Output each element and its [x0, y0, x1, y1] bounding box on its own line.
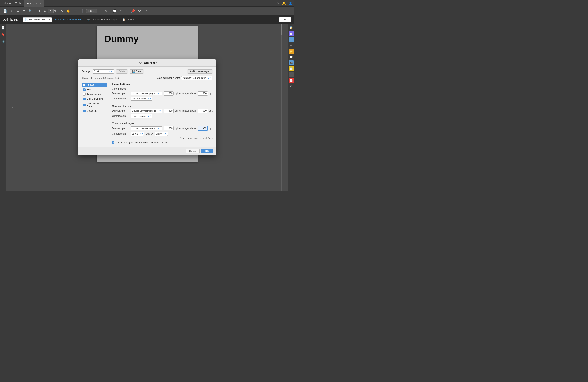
mono-ppi-above-label: ppi for images above: [175, 127, 196, 130]
rotate-icon[interactable]: ⟲: [103, 8, 108, 14]
gray-ppi-above-label: ppi for images above: [175, 109, 196, 112]
right-sidebar-icon-3[interactable]: ⊞: [289, 37, 294, 42]
print-icon[interactable]: 🖨: [21, 9, 26, 14]
gray-downsample-value: Bicubic Downsampling to: [132, 110, 156, 112]
delete-button[interactable]: Delete: [116, 69, 128, 74]
tab-file[interactable]: dummy.pdf ×: [23, 0, 44, 7]
tab-tools[interactable]: Tools: [13, 0, 23, 7]
pin-icon[interactable]: 📌: [130, 8, 136, 14]
discard-user-data-checkbox[interactable]: [83, 104, 86, 106]
sidebar-bookmarks-icon[interactable]: 🔖: [0, 32, 6, 37]
prev-page-icon[interactable]: ⬆: [37, 8, 42, 14]
hand-tool-icon[interactable]: ✋: [65, 8, 71, 14]
images-checkbox[interactable]: [83, 84, 86, 86]
nav-item-transparency[interactable]: Transparency: [82, 92, 107, 97]
advanced-optimization-button[interactable]: ⚙ Advanced Optimization: [53, 18, 84, 22]
sidebar-pages-icon[interactable]: 📄: [0, 25, 6, 30]
settings-select[interactable]: Custom ▲▼: [93, 69, 114, 74]
save-label: Save: [136, 70, 141, 73]
account-icon[interactable]: 👤: [289, 1, 293, 5]
reduce-file-size-button[interactable]: 📄 Reduce File Size ▾: [23, 17, 52, 22]
mono-compression-select[interactable]: JBIG2 ▲▼: [131, 132, 144, 136]
optimize-scanned-button[interactable]: 📷 Optimize Scanned Pages: [85, 18, 119, 22]
optimize-checkbox[interactable]: [112, 141, 114, 144]
stamp-icon[interactable]: ✒: [124, 8, 129, 14]
select-tool-icon[interactable]: ↖: [60, 8, 64, 14]
gray-ppi-above-input[interactable]: [198, 109, 208, 113]
sidebar-comments-icon[interactable]: 📎: [0, 39, 6, 44]
right-sidebar-icon-1[interactable]: 📝: [289, 25, 294, 30]
images-label: Images: [87, 84, 94, 86]
right-sidebar-icon-6[interactable]: 💬: [289, 55, 294, 60]
save-button[interactable]: 💾 Save: [130, 69, 144, 74]
gray-downsample-select[interactable]: Bicubic Downsampling to ▲▼: [131, 109, 162, 113]
mono-quality-select[interactable]: Lossy ▲▼: [155, 132, 168, 136]
search-icon[interactable]: 🔍: [27, 8, 34, 14]
separator2: [58, 9, 58, 13]
audit-button[interactable]: Audit space usage...: [187, 69, 213, 74]
content-area: Image Settings Color Images : Downsample…: [109, 83, 213, 144]
comment-icon[interactable]: 💬: [112, 8, 118, 14]
fonts-checkbox[interactable]: [83, 88, 86, 91]
upload-icon[interactable]: ☁: [15, 8, 20, 14]
clean-up-checkbox[interactable]: [83, 110, 86, 112]
delete-icon[interactable]: 🗑: [137, 9, 142, 14]
bookmark-icon[interactable]: ☆: [9, 8, 14, 14]
right-sidebar-icon-4[interactable]: ✏: [289, 43, 294, 48]
compat-select[interactable]: Acrobat 10.0 and later ▲▼: [181, 76, 212, 80]
nav-item-fonts[interactable]: Fonts: [82, 87, 107, 92]
color-ppi-above-input[interactable]: [198, 91, 208, 96]
gray-compression-select[interactable]: Retain existing ▲▼: [131, 114, 152, 118]
notifications-icon[interactable]: 🔔: [282, 1, 286, 5]
nav-item-images[interactable]: Images: [82, 83, 107, 87]
right-sidebar-icon-2[interactable]: 📋: [289, 31, 294, 36]
mono-ppi-input[interactable]: [164, 126, 174, 130]
tab-home[interactable]: Home: [1, 0, 13, 7]
right-sidebar-icon-11[interactable]: ⚙: [289, 84, 294, 89]
next-page-icon[interactable]: ⬇: [42, 8, 47, 14]
right-sidebar-icon-7[interactable]: 🎬: [289, 60, 294, 65]
pencil-icon[interactable]: ✏: [119, 8, 124, 14]
preflight-button[interactable]: 📋 Preflight: [120, 18, 136, 22]
color-compression-select[interactable]: Retain existing ▲▼: [131, 97, 152, 101]
right-sidebar-icon-5[interactable]: 📁: [289, 49, 294, 54]
ok-button[interactable]: OK: [201, 149, 213, 153]
dialog-columns: Images Fonts Transparency: [82, 83, 213, 144]
help-icon[interactable]: ?: [277, 1, 279, 5]
settings-dropdown-icon: ▲▼: [109, 70, 113, 73]
mono-downsample-select[interactable]: Bicubic Downsampling to ▲▼: [131, 126, 162, 130]
right-sidebar-icon-8[interactable]: 📄: [289, 66, 294, 71]
nav-item-clean-up[interactable]: Clean Up: [82, 109, 107, 113]
right-sidebar-icon-10[interactable]: 📄: [289, 78, 294, 83]
gray-ppi-unit: ppi.: [209, 109, 213, 112]
refresh-icon[interactable]: ↩: [143, 8, 148, 14]
grayscale-images-subtitle: Grayscale Images :: [112, 105, 213, 107]
cancel-button[interactable]: Cancel: [186, 149, 200, 153]
transparency-checkbox[interactable]: [83, 93, 86, 96]
page-separator: /: [54, 10, 55, 12]
close-icon[interactable]: ×: [39, 2, 41, 5]
mono-ppi-above-input[interactable]: [198, 126, 208, 131]
dialog-title: PDF Optimizer: [78, 59, 216, 66]
zoom-in-icon[interactable]: ➕: [79, 8, 85, 14]
page-icon: 📄: [25, 18, 28, 21]
color-ppi-input[interactable]: [164, 91, 174, 96]
zoom-out-icon[interactable]: ➖: [72, 8, 79, 14]
color-downsample-value: Bicubic Downsampling to: [132, 92, 156, 95]
page-number-input[interactable]: 1: [48, 9, 54, 13]
nav-item-discard-user-data[interactable]: Discard User Data: [82, 101, 107, 109]
fit-icon[interactable]: ⊡: [98, 8, 103, 14]
mono-downsample-dropdown-icon: ▲▼: [158, 127, 161, 129]
fonts-label: Fonts: [87, 88, 93, 91]
left-sidebar: 📄 🔖 📎: [0, 24, 6, 191]
color-compression-value: Retain existing: [132, 98, 146, 100]
new-doc-icon[interactable]: 📄: [2, 8, 8, 14]
nav-item-discard-objects[interactable]: Discard Objects: [82, 97, 107, 101]
close-panel-button[interactable]: Close: [279, 17, 291, 22]
gray-ppi-input[interactable]: [164, 109, 174, 113]
color-downsample-select[interactable]: Bicubic Downsampling to ▲▼: [131, 91, 162, 95]
zoom-display[interactable]: 153% ▾: [86, 9, 97, 13]
right-sidebar-icon-9[interactable]: 🛡: [289, 72, 294, 77]
discard-objects-checkbox[interactable]: [83, 98, 86, 100]
advanced-optimization-label: Advanced Optimization: [58, 18, 82, 21]
